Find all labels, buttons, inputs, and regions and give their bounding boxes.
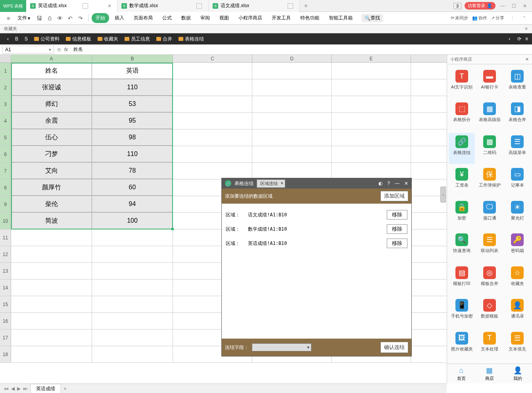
menu-layout[interactable]: 页面布局 [130, 13, 157, 23]
cell[interactable] [11, 346, 92, 362]
cell[interactable] [11, 329, 92, 346]
menu-icon[interactable]: ≡ [4, 14, 13, 23]
mode-combo[interactable]: 区域连结 [257, 179, 285, 188]
cell[interactable] [92, 346, 173, 362]
folder-item[interactable]: 收藏夹 [94, 36, 121, 42]
row-header[interactable]: 14 [0, 279, 11, 296]
cell[interactable] [11, 229, 92, 246]
print-icon[interactable]: ⎙ [45, 14, 54, 23]
app-文本填充[interactable]: ☰ 文本填充 [504, 329, 530, 360]
menu-icon[interactable]: ≡ [525, 36, 528, 42]
cell[interactable] [11, 263, 92, 279]
menu-features[interactable]: 特色功能 [296, 13, 323, 23]
cell[interactable]: 94 [92, 196, 173, 212]
remove-button[interactable]: 移除 [387, 239, 407, 248]
add-sheet-icon[interactable]: + [63, 385, 67, 392]
cell[interactable] [92, 263, 173, 279]
folder-item[interactable]: 信息模板 [63, 36, 94, 42]
cell[interactable] [252, 63, 332, 79]
app-文本处理[interactable]: T 文本处理 [476, 329, 503, 360]
tab-close-icon[interactable]: ✕ [106, 3, 113, 9]
folder-item[interactable]: 合并 [153, 36, 175, 42]
row-header[interactable]: 16 [0, 313, 11, 329]
new-tab-button[interactable]: + [300, 0, 312, 12]
first-sheet-icon[interactable]: ⏮ [4, 386, 9, 391]
cell[interactable] [332, 129, 411, 146]
login-button[interactable]: 访客登录👤 [465, 2, 496, 10]
cell[interactable] [173, 113, 252, 129]
minimize-icon[interactable]: — [395, 181, 399, 186]
cell[interactable] [252, 129, 332, 146]
file-menu[interactable]: 文件 ▾ [14, 13, 33, 23]
menu-start[interactable]: 开始 [92, 13, 109, 23]
name-box[interactable]: A1▾ [2, 46, 54, 54]
panel-close-icon[interactable]: ✕ [525, 57, 529, 62]
col-header-c[interactable]: C [173, 55, 252, 62]
app-数据模板[interactable]: ◇ 数据模板 [476, 297, 503, 328]
next-sheet-icon[interactable]: ▶ [17, 386, 21, 391]
app-接口通[interactable]: 🖵 接口通 [476, 198, 503, 229]
cell[interactable]: 60 [92, 179, 173, 196]
nav-store[interactable]: ▦商店 [485, 366, 494, 381]
menu-dev[interactable]: 开发工具 [268, 13, 295, 23]
app-表格查重[interactable]: ◫ 表格查重 [504, 67, 530, 98]
folder-item[interactable]: 公司资料 [31, 36, 63, 42]
redo-icon[interactable]: ↷ [76, 14, 85, 23]
cell[interactable] [252, 96, 332, 112]
folder-item[interactable]: 员工信息 [121, 36, 153, 42]
cell[interactable]: 艾向 [11, 163, 92, 179]
col-header-a[interactable]: A [11, 55, 92, 62]
select-all-corner[interactable] [0, 55, 11, 62]
row-header[interactable]: 4 [0, 113, 11, 129]
col-header-b[interactable]: B [92, 55, 173, 62]
app-高级菜单[interactable]: ☰ 高级菜单 [504, 133, 530, 164]
add-region-button[interactable]: 添加区域 [380, 191, 408, 201]
app-密码箱[interactable]: 🔑 密码箱 [504, 231, 530, 262]
row-header[interactable]: 10 [0, 213, 11, 229]
row-header[interactable]: 8 [0, 179, 11, 196]
cell[interactable] [173, 63, 252, 79]
minimize-icon[interactable]: — [499, 3, 507, 9]
row-header[interactable]: 18 [0, 346, 11, 362]
menu-review[interactable]: 审阅 [196, 13, 214, 23]
dialog-titlebar[interactable]: 🔗 表格连结 区域连结 ◐ ? — ✕ [222, 178, 411, 189]
app-工资条[interactable]: ¥ 工资条 [449, 166, 475, 196]
cell[interactable] [92, 296, 173, 312]
cell[interactable]: 颜厚竹 [11, 179, 92, 196]
cell[interactable] [92, 329, 173, 346]
nav-home[interactable]: ⌂首页 [457, 366, 466, 381]
cell[interactable] [332, 63, 411, 79]
cell[interactable] [92, 313, 173, 329]
cell[interactable] [332, 146, 411, 162]
app-AI文字识别[interactable]: T AI文字识别 [449, 67, 475, 98]
save-icon[interactable]: 🖫 [35, 14, 44, 23]
cell[interactable]: 伍心 [11, 129, 92, 146]
drive-b[interactable]: B [12, 36, 21, 42]
cell[interactable]: 张迎诚 [11, 79, 92, 96]
coop-button[interactable]: 👥 协作 [472, 15, 487, 21]
cell[interactable] [92, 246, 173, 262]
row-header[interactable]: 12 [0, 246, 11, 262]
cell[interactable] [11, 246, 92, 262]
col-header-e[interactable]: E [332, 55, 411, 62]
cell[interactable] [173, 96, 252, 112]
cell[interactable] [11, 279, 92, 296]
app-联动列表[interactable]: ☰ 联动列表 [476, 231, 503, 262]
app-表格合并[interactable]: ◨ 表格合并 [504, 100, 530, 131]
cell[interactable]: 98 [92, 129, 173, 146]
help-icon[interactable]: ? [387, 181, 390, 186]
app-工作簿保护[interactable]: 保 工作簿保护 [476, 166, 503, 196]
row-header[interactable]: 2 [0, 79, 11, 96]
col-header-d[interactable]: D [252, 55, 332, 62]
tab-chinese[interactable]: S 语文成绩.xlsx [209, 0, 300, 12]
collapse-icon[interactable]: ⌃ [520, 15, 528, 21]
app-表格连结[interactable]: 🔗 表格连结 [449, 133, 475, 164]
cell[interactable]: 100 [92, 213, 173, 229]
cell[interactable] [11, 313, 92, 329]
cell[interactable] [252, 146, 332, 162]
search-box[interactable]: 🔍 查找 [361, 14, 383, 22]
row-header[interactable]: 1 [0, 63, 11, 79]
app-收藏夹[interactable]: ☆ 收藏夹 [504, 264, 530, 295]
cell[interactable] [92, 279, 173, 296]
row-header[interactable]: 13 [0, 263, 11, 279]
